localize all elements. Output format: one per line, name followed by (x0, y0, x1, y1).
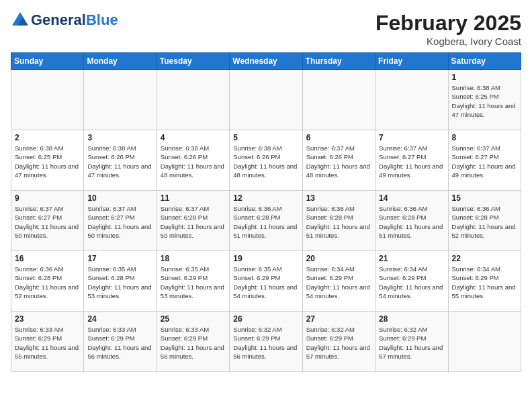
day-info: Sunrise: 6:33 AM Sunset: 6:29 PM Dayligh… (87, 325, 152, 361)
calendar-week-2: 9Sunrise: 6:37 AM Sunset: 6:27 PM Daylig… (11, 191, 521, 251)
day-info: Sunrise: 6:36 AM Sunset: 6:28 PM Dayligh… (233, 204, 298, 240)
day-info: Sunrise: 6:35 AM Sunset: 6:29 PM Dayligh… (233, 265, 298, 300)
day-number: 5 (233, 133, 298, 142)
calendar-cell: 16Sunrise: 6:36 AM Sunset: 6:28 PM Dayli… (11, 251, 84, 312)
day-info: Sunrise: 6:35 AM Sunset: 6:29 PM Dayligh… (161, 265, 226, 300)
calendar-cell: 1Sunrise: 6:38 AM Sunset: 6:25 PM Daylig… (448, 70, 521, 130)
calendar-week-0: 1Sunrise: 6:38 AM Sunset: 6:25 PM Daylig… (11, 70, 521, 130)
calendar-cell: 28Sunrise: 6:32 AM Sunset: 6:29 PM Dayli… (375, 312, 448, 372)
day-info: Sunrise: 6:38 AM Sunset: 6:25 PM Dayligh… (452, 83, 517, 119)
day-info: Sunrise: 6:34 AM Sunset: 6:29 PM Dayligh… (306, 265, 371, 300)
calendar-cell: 18Sunrise: 6:35 AM Sunset: 6:29 PM Dayli… (157, 251, 229, 312)
day-info: Sunrise: 6:36 AM Sunset: 6:28 PM Dayligh… (15, 265, 80, 300)
day-number: 18 (161, 254, 226, 263)
calendar-cell: 26Sunrise: 6:32 AM Sunset: 6:29 PM Dayli… (230, 312, 302, 372)
day-number: 27 (306, 314, 371, 324)
day-info: Sunrise: 6:38 AM Sunset: 6:26 PM Dayligh… (87, 144, 152, 179)
day-number: 22 (452, 254, 517, 263)
calendar-cell: 9Sunrise: 6:37 AM Sunset: 6:27 PM Daylig… (11, 191, 84, 251)
calendar-cell: 13Sunrise: 6:36 AM Sunset: 6:28 PM Dayli… (302, 191, 375, 251)
day-number: 24 (87, 314, 152, 324)
weekday-header-row: SundayMondayTuesdayWednesdayThursdayFrid… (11, 53, 521, 70)
calendar-header: SundayMondayTuesdayWednesdayThursdayFrid… (11, 53, 521, 70)
day-info: Sunrise: 6:32 AM Sunset: 6:29 PM Dayligh… (379, 325, 444, 361)
day-info: Sunrise: 6:38 AM Sunset: 6:26 PM Dayligh… (233, 144, 298, 179)
day-number: 11 (161, 193, 226, 203)
calendar-cell: 2Sunrise: 6:38 AM Sunset: 6:25 PM Daylig… (11, 130, 84, 191)
day-info: Sunrise: 6:36 AM Sunset: 6:28 PM Dayligh… (452, 204, 517, 240)
day-number: 13 (306, 193, 371, 203)
calendar-cell: 20Sunrise: 6:34 AM Sunset: 6:29 PM Dayli… (302, 251, 375, 312)
calendar-cell: 4Sunrise: 6:38 AM Sunset: 6:26 PM Daylig… (157, 130, 229, 191)
day-number: 4 (161, 133, 226, 142)
title-block: February 2025 Kogbera, Ivory Coast (375, 11, 521, 47)
day-info: Sunrise: 6:37 AM Sunset: 6:26 PM Dayligh… (306, 144, 371, 179)
calendar-cell (448, 312, 521, 372)
calendar-cell: 5Sunrise: 6:38 AM Sunset: 6:26 PM Daylig… (230, 130, 302, 191)
calendar-cell (11, 70, 84, 130)
calendar-cell (157, 70, 229, 130)
day-info: Sunrise: 6:37 AM Sunset: 6:27 PM Dayligh… (379, 144, 444, 179)
day-info: Sunrise: 6:34 AM Sunset: 6:29 PM Dayligh… (452, 265, 517, 300)
calendar-cell: 11Sunrise: 6:37 AM Sunset: 6:28 PM Dayli… (157, 191, 229, 251)
calendar-week-3: 16Sunrise: 6:36 AM Sunset: 6:28 PM Dayli… (11, 251, 521, 312)
calendar-cell: 15Sunrise: 6:36 AM Sunset: 6:28 PM Dayli… (448, 191, 521, 251)
day-number: 6 (306, 133, 371, 142)
day-number: 16 (15, 254, 80, 263)
day-info: Sunrise: 6:34 AM Sunset: 6:29 PM Dayligh… (379, 265, 444, 300)
day-number: 19 (233, 254, 298, 263)
weekday-monday: Monday (84, 53, 157, 70)
day-number: 3 (87, 133, 152, 142)
calendar-cell: 12Sunrise: 6:36 AM Sunset: 6:28 PM Dayli… (230, 191, 302, 251)
calendar-cell: 3Sunrise: 6:38 AM Sunset: 6:26 PM Daylig… (84, 130, 157, 191)
day-number: 17 (87, 254, 152, 263)
day-info: Sunrise: 6:35 AM Sunset: 6:28 PM Dayligh… (87, 265, 152, 300)
day-info: Sunrise: 6:32 AM Sunset: 6:29 PM Dayligh… (233, 325, 298, 361)
day-number: 20 (306, 254, 371, 263)
day-number: 15 (452, 193, 517, 203)
calendar-cell: 21Sunrise: 6:34 AM Sunset: 6:29 PM Dayli… (375, 251, 448, 312)
calendar-cell: 22Sunrise: 6:34 AM Sunset: 6:29 PM Dayli… (448, 251, 521, 312)
day-info: Sunrise: 6:38 AM Sunset: 6:26 PM Dayligh… (161, 144, 226, 179)
weekday-saturday: Saturday (448, 53, 521, 70)
logo-icon (11, 11, 30, 30)
day-number: 21 (379, 254, 444, 263)
day-number: 2 (15, 133, 80, 142)
calendar-cell (375, 70, 448, 130)
day-number: 7 (379, 133, 444, 142)
day-number: 25 (161, 314, 226, 324)
calendar-cell (302, 70, 375, 130)
calendar-cell: 25Sunrise: 6:33 AM Sunset: 6:29 PM Dayli… (157, 312, 229, 372)
day-info: Sunrise: 6:37 AM Sunset: 6:27 PM Dayligh… (87, 204, 152, 240)
weekday-tuesday: Tuesday (157, 53, 229, 70)
calendar-week-4: 23Sunrise: 6:33 AM Sunset: 6:29 PM Dayli… (11, 312, 521, 372)
day-number: 1 (452, 73, 517, 82)
calendar-cell (84, 70, 157, 130)
day-number: 28 (379, 314, 444, 324)
calendar-cell: 27Sunrise: 6:32 AM Sunset: 6:29 PM Dayli… (302, 312, 375, 372)
calendar-week-1: 2Sunrise: 6:38 AM Sunset: 6:25 PM Daylig… (11, 130, 521, 191)
calendar-body: 1Sunrise: 6:38 AM Sunset: 6:25 PM Daylig… (11, 70, 521, 372)
calendar-cell: 24Sunrise: 6:33 AM Sunset: 6:29 PM Dayli… (84, 312, 157, 372)
calendar-cell: 17Sunrise: 6:35 AM Sunset: 6:28 PM Dayli… (84, 251, 157, 312)
calendar-cell: 6Sunrise: 6:37 AM Sunset: 6:26 PM Daylig… (302, 130, 375, 191)
calendar-cell: 23Sunrise: 6:33 AM Sunset: 6:29 PM Dayli… (11, 312, 84, 372)
weekday-thursday: Thursday (302, 53, 375, 70)
day-number: 23 (15, 314, 80, 324)
calendar-cell: 7Sunrise: 6:37 AM Sunset: 6:27 PM Daylig… (375, 130, 448, 191)
day-number: 14 (379, 193, 444, 203)
calendar-cell: 10Sunrise: 6:37 AM Sunset: 6:27 PM Dayli… (84, 191, 157, 251)
day-info: Sunrise: 6:36 AM Sunset: 6:28 PM Dayligh… (306, 204, 371, 240)
subtitle: Kogbera, Ivory Coast (375, 36, 521, 47)
day-info: Sunrise: 6:37 AM Sunset: 6:27 PM Dayligh… (452, 144, 517, 179)
day-info: Sunrise: 6:37 AM Sunset: 6:28 PM Dayligh… (161, 204, 226, 240)
weekday-friday: Friday (375, 53, 448, 70)
calendar-cell (230, 70, 302, 130)
calendar-cell: 19Sunrise: 6:35 AM Sunset: 6:29 PM Dayli… (230, 251, 302, 312)
main-title: February 2025 (375, 11, 521, 36)
calendar-table: SundayMondayTuesdayWednesdayThursdayFrid… (11, 52, 521, 372)
calendar-cell: 14Sunrise: 6:36 AM Sunset: 6:28 PM Dayli… (375, 191, 448, 251)
day-info: Sunrise: 6:33 AM Sunset: 6:29 PM Dayligh… (15, 325, 80, 361)
day-number: 8 (452, 133, 517, 142)
logo-text: GeneralBlue (31, 11, 118, 29)
